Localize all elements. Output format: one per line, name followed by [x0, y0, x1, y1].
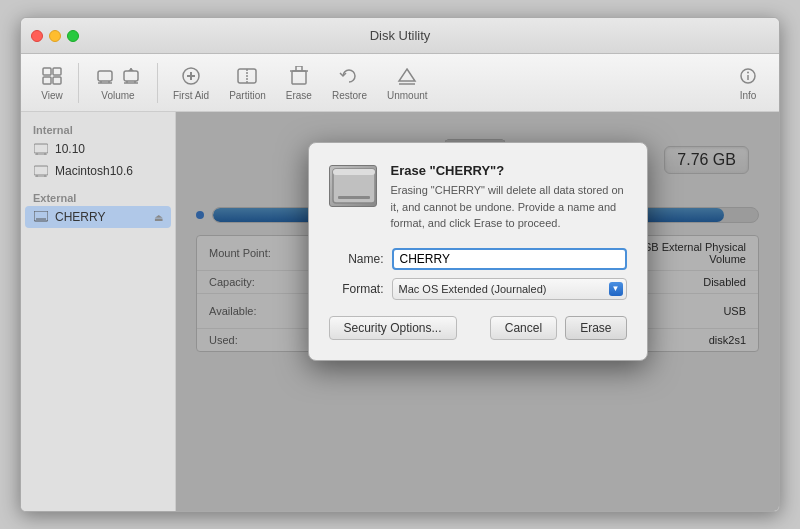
sidebar-item-1010[interactable]: 10.10	[21, 138, 175, 160]
cancel-button[interactable]: Cancel	[490, 316, 557, 340]
titlebar: Disk Utility	[21, 18, 779, 54]
svg-point-27	[747, 71, 749, 73]
toolbar-view[interactable]: View	[31, 61, 73, 105]
info-label: Info	[740, 90, 757, 101]
modal-description: Erasing "CHERRY" will delete all data st…	[391, 182, 627, 232]
toolbar-restore[interactable]: Restore	[322, 61, 377, 105]
format-select[interactable]: Mac OS Extended (Journaled) Mac OS Exten…	[392, 278, 627, 300]
toolbar-sep-2	[157, 63, 158, 103]
toolbar-erase[interactable]: Erase	[276, 61, 322, 105]
restore-label: Restore	[332, 90, 367, 101]
main-content: Internal 10.10 Macintosh10.6 External CH…	[21, 112, 779, 511]
volume-icon-2	[120, 65, 142, 87]
internal-section-label: Internal	[21, 120, 175, 138]
eject-icon[interactable]: ⏏	[154, 212, 163, 223]
partition-label: Partition	[229, 90, 266, 101]
sidebar-item-macintosh-label: Macintosh10.6	[55, 164, 133, 178]
svg-rect-29	[34, 144, 48, 153]
name-input[interactable]	[392, 248, 627, 270]
toolbar-volume[interactable]: Volume	[84, 61, 152, 105]
info-icon	[737, 65, 759, 87]
modal-buttons: Security Options... Cancel Erase	[329, 316, 627, 340]
content-area: 7.76 GB Mount Point: /Volumes/CHERRY Typ…	[176, 112, 779, 511]
modal-form: Name: Format: Mac OS Extended (Journaled…	[329, 248, 627, 300]
name-row: Name:	[329, 248, 627, 270]
toolbar-info[interactable]: Info	[727, 61, 769, 105]
sidebar-item-cherry-label: CHERRY	[55, 210, 105, 224]
drive-icon	[33, 209, 49, 225]
erase-dialog: Erase "CHERRY"? Erasing "CHERRY" will de…	[308, 142, 648, 361]
name-label: Name:	[329, 252, 384, 266]
format-label: Format:	[329, 282, 384, 296]
volume-small-icon-2	[33, 163, 49, 179]
view-label: View	[41, 90, 63, 101]
modal-header: Erase "CHERRY"? Erasing "CHERRY" will de…	[329, 163, 627, 232]
svg-rect-8	[124, 71, 138, 81]
svg-rect-45	[338, 196, 370, 199]
toolbar-partition[interactable]: Partition	[219, 61, 276, 105]
erase-button[interactable]: Erase	[565, 316, 626, 340]
sidebar-item-macintosh[interactable]: Macintosh10.6	[21, 160, 175, 182]
volume-label: Volume	[101, 90, 134, 101]
svg-rect-4	[98, 71, 112, 81]
toolbar-sep-1	[78, 63, 79, 103]
erase-label: Erase	[286, 90, 312, 101]
sidebar-item-1010-label: 10.10	[55, 142, 85, 156]
sidebar-item-cherry[interactable]: CHERRY ⏏	[25, 206, 171, 228]
format-row: Format: Mac OS Extended (Journaled) Mac …	[329, 278, 627, 300]
maximize-button[interactable]	[67, 30, 79, 42]
restore-icon	[338, 65, 360, 87]
window-controls	[31, 30, 79, 42]
svg-rect-2	[43, 77, 51, 84]
firstaid-icon	[180, 65, 202, 87]
view-icon	[41, 65, 63, 87]
unmount-label: Unmount	[387, 90, 428, 101]
toolbar-firstaid[interactable]: First Aid	[163, 61, 219, 105]
firstaid-label: First Aid	[173, 90, 209, 101]
toolbar-unmount[interactable]: Unmount	[377, 61, 438, 105]
svg-rect-19	[292, 71, 306, 84]
svg-rect-44	[333, 169, 375, 175]
svg-rect-33	[34, 166, 48, 175]
modal-buttons-right: Cancel Erase	[490, 316, 627, 340]
modal-overlay: Erase "CHERRY"? Erasing "CHERRY" will de…	[176, 112, 779, 511]
svg-marker-24	[399, 69, 415, 81]
svg-rect-0	[43, 68, 51, 75]
main-window: Disk Utility View Volume	[20, 17, 780, 512]
sidebar: Internal 10.10 Macintosh10.6 External CH…	[21, 112, 176, 511]
volume-small-icon	[33, 141, 49, 157]
erase-icon	[288, 65, 310, 87]
minimize-button[interactable]	[49, 30, 61, 42]
svg-rect-3	[53, 77, 61, 84]
toolbar: View Volume First Aid	[21, 54, 779, 112]
partition-icon	[236, 65, 258, 87]
volume-icon-1	[94, 65, 116, 87]
modal-text-block: Erase "CHERRY"? Erasing "CHERRY" will de…	[391, 163, 627, 232]
svg-rect-1	[53, 68, 61, 75]
window-title: Disk Utility	[370, 28, 431, 43]
modal-title: Erase "CHERRY"?	[391, 163, 627, 178]
svg-marker-13	[128, 68, 134, 71]
modal-drive-icon	[329, 165, 377, 207]
close-button[interactable]	[31, 30, 43, 42]
security-options-button[interactable]: Security Options...	[329, 316, 457, 340]
format-select-wrapper: Mac OS Extended (Journaled) Mac OS Exten…	[392, 278, 627, 300]
external-section-label: External	[21, 188, 175, 206]
unmount-icon	[396, 65, 418, 87]
